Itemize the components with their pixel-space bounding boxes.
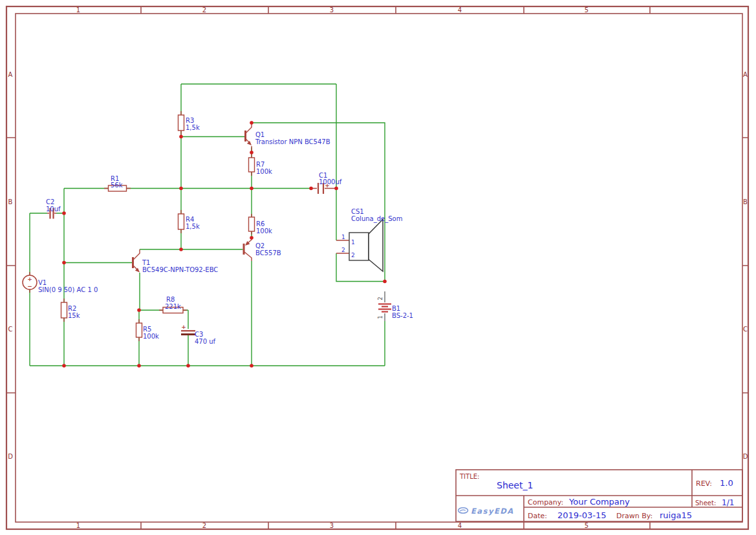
drawn-by-label: Drawn By: — [616, 512, 653, 520]
title-label: TITLE: — [459, 473, 479, 480]
frame-col-label: 4 — [458, 522, 462, 529]
v1-plus-mark: + — [27, 276, 32, 282]
c3-plus-mark: + — [181, 324, 186, 330]
r1-value-label[interactable]: 56k — [111, 182, 123, 189]
r3-body[interactable] — [178, 115, 184, 131]
frame-col-label: 5 — [585, 522, 589, 529]
c3-ref-label[interactable]: C3 — [195, 331, 203, 338]
frame-row-label: D — [8, 453, 13, 460]
date-value[interactable]: 2019-03-15 — [557, 510, 607, 520]
junction-dot — [62, 364, 66, 368]
c2-ref-label[interactable]: C2 — [46, 198, 54, 205]
v1-value-label[interactable]: SIN(0 9 50) AC 1 0 — [38, 286, 98, 293]
q2-value-label[interactable]: BC557B — [255, 249, 281, 257]
frame-col-label: 4 — [458, 6, 462, 14]
r4-ref-label[interactable]: R4 — [186, 216, 194, 223]
junction-dot — [250, 121, 254, 125]
v1-ref-label[interactable]: V1 — [38, 279, 47, 286]
frame-col-label: 1 — [76, 522, 80, 529]
r2-body[interactable] — [61, 302, 67, 318]
frame-col-label: 1 — [76, 6, 80, 14]
frame-col-label: 2 — [202, 6, 206, 14]
rev-value[interactable]: 1.0 — [720, 478, 733, 488]
junction-dot — [383, 280, 387, 284]
r6-value-label[interactable]: 100k — [256, 227, 272, 235]
cs1-pin1-name: 1 — [351, 239, 355, 246]
drawn-by-value[interactable]: ruiga15 — [660, 510, 692, 520]
b1-ref-label[interactable]: B1 — [392, 305, 400, 312]
r4-body[interactable] — [178, 214, 184, 229]
cs1-ref-label[interactable]: CS1 — [351, 208, 364, 215]
b1-value-label[interactable]: BS-2-1 — [392, 312, 413, 319]
company-value[interactable]: Your Company — [568, 497, 630, 507]
frame-row-label: C — [743, 326, 748, 333]
company-label: Company: — [528, 498, 563, 507]
cs1-pin2-name: 2 — [351, 252, 355, 258]
frame-col-label: 5 — [585, 6, 589, 14]
frame-row-label: B — [8, 198, 13, 205]
c3-value-label[interactable]: 470 uf — [195, 338, 216, 345]
easyeda-logo-text: EasyEDA — [471, 507, 514, 516]
c1-value-label[interactable]: 1000uf — [319, 178, 342, 185]
frame-col-label: 3 — [330, 6, 334, 14]
junction-dot — [334, 187, 338, 191]
frame-row-label: A — [8, 71, 13, 78]
schematic-sheet: 1 2 3 4 5 1 2 3 4 5 A B C D A B C D — [0, 0, 756, 535]
q1-value-label[interactable]: Transistor NPN BC547B — [255, 138, 330, 145]
junction-dot — [62, 261, 66, 265]
sheet-title[interactable]: Sheet_1 — [497, 480, 533, 490]
frame-row-label: A — [743, 71, 748, 78]
junction-dot — [62, 211, 66, 215]
cs1-value-label[interactable]: Coluna_de_Som — [351, 215, 402, 223]
junction-dot — [137, 308, 141, 312]
frame-col-label: 2 — [202, 522, 206, 529]
r7-value-label[interactable]: 100k — [256, 168, 272, 175]
junction-dot — [250, 236, 254, 240]
rev-label: REV: — [696, 479, 712, 488]
r3-ref-label[interactable]: R3 — [186, 117, 194, 124]
r7-ref-label[interactable]: R7 — [256, 161, 265, 168]
junction-dot — [179, 135, 183, 139]
b1-terminal-2: 2 — [378, 297, 383, 300]
junction-dot — [179, 247, 183, 251]
q2-ref-label[interactable]: Q2 — [255, 242, 265, 249]
sheet-label: Sheet: — [695, 499, 716, 507]
junction-dot — [250, 151, 254, 154]
t1-value-label[interactable]: BC549C-NPN-TO92-EBC — [142, 266, 218, 273]
frame-row-label: B — [743, 198, 748, 205]
r5-ref-label[interactable]: R5 — [143, 326, 151, 333]
q1-ref-label[interactable]: Q1 — [255, 131, 265, 138]
cs1-pin2-number: 2 — [341, 247, 345, 253]
r3-value-label[interactable]: 1,5k — [186, 124, 200, 131]
r5-body[interactable] — [136, 323, 142, 337]
r2-value-label[interactable]: 15k — [68, 312, 80, 319]
junction-dot — [186, 364, 190, 368]
c2-value-label[interactable]: 10uf — [46, 205, 61, 213]
q2-base-bar[interactable] — [243, 244, 245, 255]
junction-dot — [250, 187, 254, 191]
r8-value-label[interactable]: 221k — [165, 303, 181, 310]
r2-ref-label[interactable]: R2 — [68, 305, 76, 312]
r8-ref-label[interactable]: R8 — [166, 296, 175, 303]
date-label: Date: — [528, 512, 547, 520]
r7-body[interactable] — [249, 158, 255, 172]
r5-value-label[interactable]: 100k — [143, 333, 159, 340]
frame-row-label: C — [8, 326, 13, 333]
junction-dot — [137, 364, 141, 368]
r4-value-label[interactable]: 1,5k — [186, 223, 200, 230]
t1-ref-label[interactable]: T1 — [142, 259, 150, 266]
cs1-pin1-number: 1 — [341, 234, 345, 240]
schematic-canvas[interactable]: 1 2 3 4 5 1 2 3 4 5 A B C D A B C D — [0, 0, 756, 535]
frame-row-label: D — [743, 453, 748, 460]
junction-dot — [179, 187, 183, 191]
r6-ref-label[interactable]: R6 — [256, 220, 265, 227]
v1-minus-mark: − — [27, 283, 32, 289]
junction-dot — [250, 364, 254, 368]
frame-col-label: 3 — [330, 522, 334, 529]
r6-body[interactable] — [249, 217, 255, 231]
b1-terminal-1: 1 — [378, 315, 383, 319]
sheet-value[interactable]: 1/1 — [722, 498, 734, 507]
junction-dot — [309, 187, 313, 191]
